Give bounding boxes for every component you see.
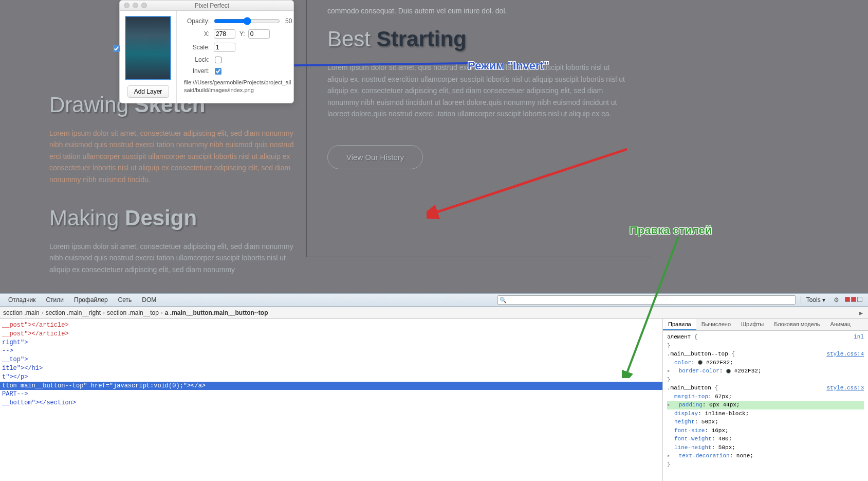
dom-line[interactable]: tton main__button--top" href="javascript… bbox=[0, 382, 662, 390]
dom-line[interactable]: right"> bbox=[0, 339, 662, 347]
invert-checkbox[interactable] bbox=[215, 68, 221, 75]
crumb-item[interactable]: section .main__right bbox=[46, 309, 101, 316]
lock-checkbox[interactable] bbox=[215, 57, 221, 63]
opacity-label: Opacity: bbox=[184, 17, 210, 25]
left-paragraph-1: Lorem ipsum dolor sit amet, consectetuer… bbox=[49, 128, 296, 185]
crumb-item[interactable]: section .main__top bbox=[107, 309, 159, 316]
styles-tab-fonts[interactable]: Шрифты bbox=[736, 319, 769, 330]
opacity-value: 50 bbox=[285, 17, 292, 25]
tools-dropdown[interactable]: Tools ▾ bbox=[801, 296, 830, 304]
scale-label: Scale: bbox=[184, 44, 210, 51]
gear-icon[interactable]: ⚙ bbox=[830, 296, 842, 304]
y-input[interactable] bbox=[248, 29, 270, 39]
devtools-tab-network[interactable]: Сеть bbox=[113, 296, 137, 304]
right-heading: Best Strarting bbox=[327, 27, 630, 51]
panel-titlebar[interactable]: Pixel Perfect bbox=[120, 1, 293, 11]
styles-rules-body[interactable]: элемент {inl}.main__button--top {style.c… bbox=[663, 331, 868, 481]
crumb-scroll-icon[interactable]: ▸ bbox=[859, 309, 863, 317]
x-input[interactable] bbox=[214, 29, 235, 39]
search-icon: 🔍 bbox=[500, 297, 507, 304]
devtools-toolbar: Отладчик Стили Профайлер Сеть DOM 🔍 Tool… bbox=[0, 293, 868, 307]
left-paragraph-2: Lorem ipsum dolor sit amet, consectetuer… bbox=[49, 241, 296, 275]
annotation-styles: Правка стилей bbox=[630, 224, 712, 237]
heading-strong: Design bbox=[125, 206, 197, 230]
styles-tab-rules[interactable]: Правила bbox=[663, 319, 696, 330]
dom-tree-panel[interactable]: __post"></article>__post"></article>righ… bbox=[0, 319, 662, 481]
dom-line[interactable]: __post"></article> bbox=[0, 321, 662, 330]
heading-part: Best bbox=[327, 27, 377, 51]
add-layer-button[interactable]: Add Layer bbox=[127, 85, 169, 98]
dom-line[interactable]: t"></p> bbox=[0, 373, 662, 382]
layer-enable-checkbox[interactable] bbox=[113, 45, 120, 52]
window-close-dot[interactable] bbox=[124, 3, 130, 8]
devtools-tab-dom[interactable]: DOM bbox=[137, 296, 161, 304]
dom-line[interactable]: __post"></article> bbox=[0, 330, 662, 339]
crumb-item[interactable]: section .main bbox=[3, 309, 40, 316]
devtools-tab-debugger[interactable]: Отладчик bbox=[3, 296, 41, 304]
heading-strong: Strarting bbox=[377, 27, 467, 51]
dom-line[interactable]: PART--> bbox=[0, 390, 662, 399]
dom-breadcrumb: section .main› section .main__right› sec… bbox=[0, 307, 868, 319]
dom-line[interactable]: --> bbox=[0, 347, 662, 355]
dom-line[interactable]: __top"> bbox=[0, 355, 662, 364]
intro-text: commodo consequat. Duis autem vel eum ir… bbox=[327, 5, 630, 16]
devtools-search-input[interactable] bbox=[497, 295, 796, 305]
invert-label: Invert: bbox=[184, 67, 210, 75]
y-label: Y: bbox=[239, 30, 245, 38]
styles-panel: Правила Вычислено Шрифты Блоковая модель… bbox=[662, 319, 868, 481]
scale-input[interactable] bbox=[214, 43, 235, 52]
devtools-tab-profiler[interactable]: Профайлер bbox=[69, 296, 113, 304]
left-heading-2: Making Design bbox=[49, 206, 296, 230]
layer-thumbnail[interactable] bbox=[125, 16, 171, 80]
devtools-tab-styles[interactable]: Стили bbox=[41, 296, 69, 304]
dock-buttons[interactable] bbox=[842, 296, 865, 304]
file-path-text: file:///Users/gearmobile/Projects/projec… bbox=[184, 79, 292, 95]
view-history-button[interactable]: View Our History bbox=[327, 145, 423, 169]
dom-line[interactable]: __bottom"></section> bbox=[0, 399, 662, 407]
x-label: X: bbox=[184, 30, 210, 38]
crumb-item-active[interactable]: a .main__button.main__button--top bbox=[165, 309, 268, 316]
panel-title: Pixel Perfect bbox=[135, 2, 289, 9]
lock-label: Lock: bbox=[184, 56, 210, 63]
dom-line[interactable]: itle"></h1> bbox=[0, 364, 662, 373]
opacity-slider[interactable] bbox=[214, 17, 280, 25]
pixel-perfect-panel: Pixel Perfect Add Layer Opacity: 50 X: Y… bbox=[119, 0, 294, 103]
styles-tab-boxmodel[interactable]: Блоковая модель bbox=[769, 319, 825, 330]
annotation-invert: Режим "Invert" bbox=[468, 59, 549, 73]
styles-tab-computed[interactable]: Вычислено bbox=[696, 319, 736, 330]
heading-part: Making bbox=[49, 206, 125, 230]
styles-tab-anim[interactable]: Анимац bbox=[825, 319, 856, 330]
